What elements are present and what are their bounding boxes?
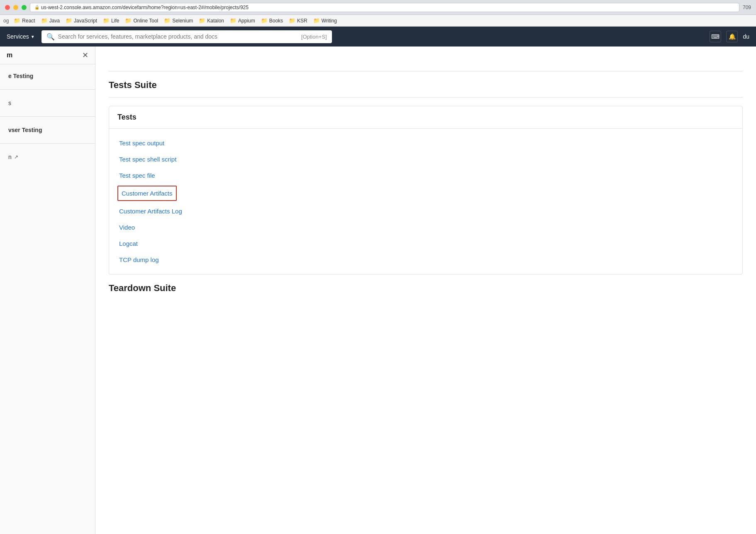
link-tcp-dump-log[interactable]: TCP dump log: [117, 252, 734, 267]
bookmark-label: Books: [269, 18, 283, 24]
sidebar-item-n[interactable]: n ↗: [0, 150, 95, 164]
folder-icon: 📁: [199, 17, 205, 24]
cloudshell-icon[interactable]: ⌨: [710, 31, 721, 42]
sidebar-section-testing: e Testing: [0, 64, 95, 88]
sidebar-item-label: e Testing: [8, 73, 33, 79]
sidebar-header: m ✕: [0, 47, 95, 64]
divider: [0, 143, 95, 144]
bookmark-label: Appium: [238, 18, 255, 24]
folder-icon: 📁: [313, 17, 320, 24]
top-partial-content: [109, 55, 743, 71]
folder-icon: 📁: [14, 17, 20, 24]
services-button[interactable]: Services ▼: [7, 33, 35, 40]
tests-card-header: Tests: [109, 106, 742, 129]
bookmarks-bar: og 📁 React 📁 Java 📁 JavaScript 📁 Life 📁 …: [0, 15, 756, 27]
teardown-suite-title: Teardown Suite: [109, 283, 743, 294]
bookmark-selenium[interactable]: 📁 Selenium: [161, 17, 195, 24]
maximize-dot[interactable]: [22, 5, 27, 10]
tests-card-body: Test spec output Test spec shell script …: [109, 129, 742, 274]
search-input[interactable]: [58, 33, 298, 40]
sidebar-item-e-testing[interactable]: e Testing: [0, 69, 95, 83]
sidebar-section-s: s: [0, 91, 95, 115]
bookmark-label: Online Tool: [133, 18, 158, 24]
tests-link-list: Test spec output Test spec shell script …: [117, 135, 734, 267]
content-area: Tests Suite Tests Test spec output Test …: [95, 47, 756, 534]
bookmark-writing[interactable]: 📁 Writing: [311, 17, 339, 24]
bookmark-online-tool[interactable]: 📁 Online Tool: [122, 17, 161, 24]
services-label: Services: [7, 33, 29, 40]
bookmark-label: Katalon: [207, 18, 224, 24]
bookmark-appium[interactable]: 📁 Appium: [227, 17, 258, 24]
bookmark-label: JavaScript: [74, 18, 97, 24]
sidebar-item-browser-testing[interactable]: vser Testing: [0, 123, 95, 137]
tests-card-title: Tests: [117, 113, 734, 122]
bookmark-life[interactable]: 📁 Life: [100, 17, 122, 24]
link-test-spec-file[interactable]: Test spec file: [117, 168, 734, 183]
external-link-icon: ↗: [14, 154, 18, 160]
user-label: du: [743, 33, 749, 40]
url-text: us-west-2.console.aws.amazon.com/devicef…: [41, 5, 249, 10]
folder-icon: 📁: [66, 17, 72, 24]
main-layout: m ✕ e Testing s vser Testing n ↗: [0, 47, 756, 534]
bookmark-log: og: [3, 18, 9, 24]
search-bar[interactable]: 🔍 [Option+S]: [41, 30, 332, 43]
folder-icon: 📁: [125, 17, 132, 24]
sidebar: m ✕ e Testing s vser Testing n ↗: [0, 47, 95, 534]
browser-chrome: 🔒 us-west-2.console.aws.amazon.com/devic…: [0, 0, 756, 15]
close-dot[interactable]: [5, 5, 10, 10]
aws-navbar: Services ▼ 🔍 [Option+S] ⌨ 🔔 du: [0, 27, 756, 47]
sidebar-item-s[interactable]: s: [0, 96, 95, 110]
bookmark-ksr[interactable]: 📁 KSR: [286, 17, 310, 24]
bookmark-label: Writing: [322, 18, 337, 24]
sidebar-section-browser-testing: vser Testing: [0, 118, 95, 142]
content-inner: Tests Suite Tests Test spec output Test …: [95, 47, 756, 302]
bookmark-javascript[interactable]: 📁 JavaScript: [63, 17, 100, 24]
sidebar-item-label: s: [8, 100, 11, 106]
bookmark-katalon[interactable]: 📁 Katalon: [196, 17, 227, 24]
address-bar[interactable]: 🔒 us-west-2.console.aws.amazon.com/devic…: [30, 3, 739, 12]
folder-icon: 📁: [289, 17, 295, 24]
sidebar-item-label: n: [8, 154, 12, 160]
nav-icons: ⌨ 🔔 du: [710, 31, 749, 42]
close-button[interactable]: ✕: [82, 51, 88, 59]
link-test-spec-shell-script[interactable]: Test spec shell script: [117, 152, 734, 167]
lock-icon: 🔒: [34, 5, 39, 10]
chevron-down-icon: ▼: [31, 34, 35, 39]
section-divider: [109, 97, 743, 98]
folder-icon: 📁: [164, 17, 171, 24]
bookmark-label: Life: [111, 18, 119, 24]
folder-icon: 📁: [261, 17, 268, 24]
link-video[interactable]: Video: [117, 220, 734, 235]
bell-icon[interactable]: 🔔: [726, 31, 738, 42]
tests-suite-section: Tests Suite Tests Test spec output Test …: [109, 80, 743, 274]
teardown-suite-section: Teardown Suite: [109, 283, 743, 294]
folder-icon: 📁: [230, 17, 237, 24]
minimize-dot[interactable]: [13, 5, 18, 10]
bookmark-java[interactable]: 📁 Java: [39, 17, 62, 24]
search-icon: 🔍: [46, 33, 55, 41]
folder-icon: 📁: [103, 17, 110, 24]
link-customer-artifacts-log[interactable]: Customer Artifacts Log: [117, 203, 734, 219]
bookmark-label: Java: [49, 18, 60, 24]
divider: [0, 116, 95, 117]
folder-icon: 📁: [41, 17, 48, 24]
bookmark-books[interactable]: 📁 Books: [259, 17, 285, 24]
sidebar-section-links: n ↗: [0, 145, 95, 169]
search-shortcut: [Option+S]: [301, 34, 327, 40]
tests-suite-title: Tests Suite: [109, 80, 743, 91]
sidebar-title: m: [7, 51, 12, 59]
bookmark-label: Selenium: [172, 18, 193, 24]
divider: [0, 89, 95, 90]
tab-number: 709: [743, 5, 751, 10]
link-test-spec-output[interactable]: Test spec output: [117, 135, 734, 151]
link-customer-artifacts[interactable]: Customer Artifacts: [117, 186, 177, 201]
bookmark-label: React: [22, 18, 35, 24]
tests-card: Tests Test spec output Test spec shell s…: [109, 106, 743, 274]
bookmark-react[interactable]: 📁 React: [11, 17, 37, 24]
bookmark-label: KSR: [297, 18, 307, 24]
link-logcat[interactable]: Logcat: [117, 236, 734, 251]
sidebar-item-label: vser Testing: [8, 127, 42, 133]
